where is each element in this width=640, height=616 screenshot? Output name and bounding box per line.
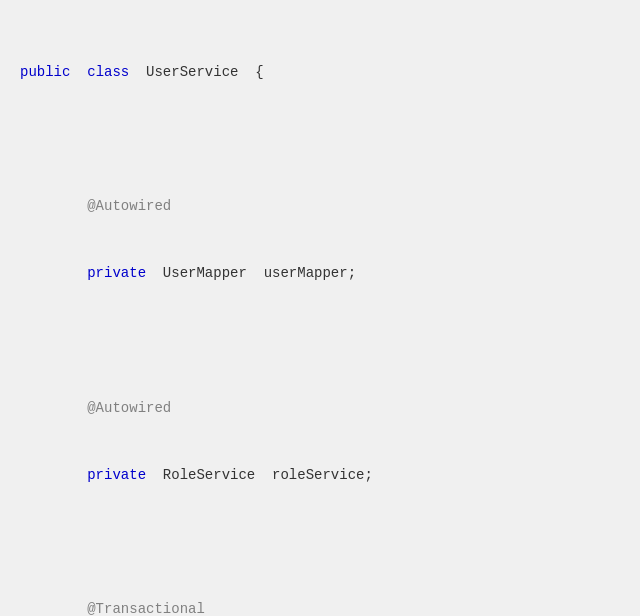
code-line-3: @Autowired — [20, 195, 620, 217]
blank-line-5 — [20, 329, 620, 351]
code-container: public class UserService { @Autowired pr… — [20, 16, 620, 616]
code-line-1: public class UserService { — [20, 61, 620, 83]
code-line-9: @Transactional — [20, 598, 620, 616]
code-line-4: private UserMapper userMapper; — [20, 262, 620, 284]
code-line-6: @Autowired — [20, 397, 620, 419]
code-line-7: private RoleService roleService; — [20, 464, 620, 486]
blank-line-2 — [20, 128, 620, 150]
blank-line-8 — [20, 531, 620, 553]
